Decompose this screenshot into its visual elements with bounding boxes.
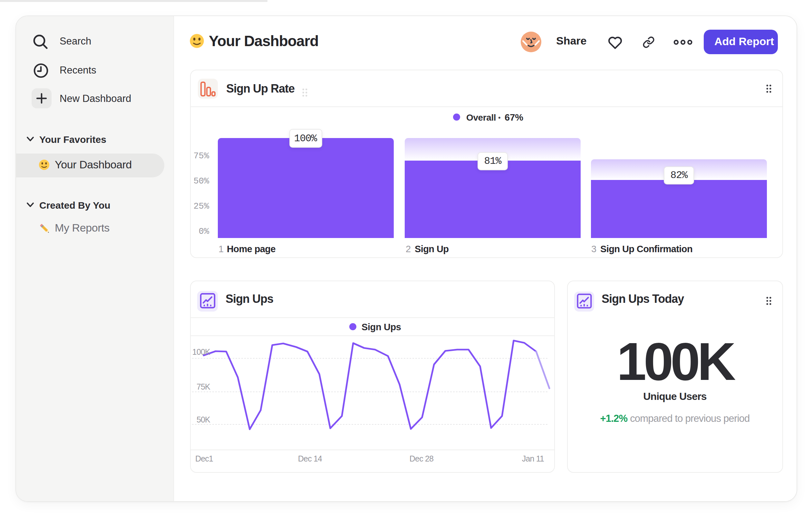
svg-text:Jan 11: Jan 11: [522, 454, 544, 463]
svg-text:Dec 14: Dec 14: [298, 454, 322, 463]
svg-text:50K: 50K: [197, 415, 210, 424]
svg-text:100K: 100K: [192, 347, 210, 356]
svg-text:75K: 75K: [197, 382, 210, 391]
svg-text:Dec1: Dec1: [195, 454, 213, 463]
svg-text:Dec 28: Dec 28: [410, 454, 433, 463]
